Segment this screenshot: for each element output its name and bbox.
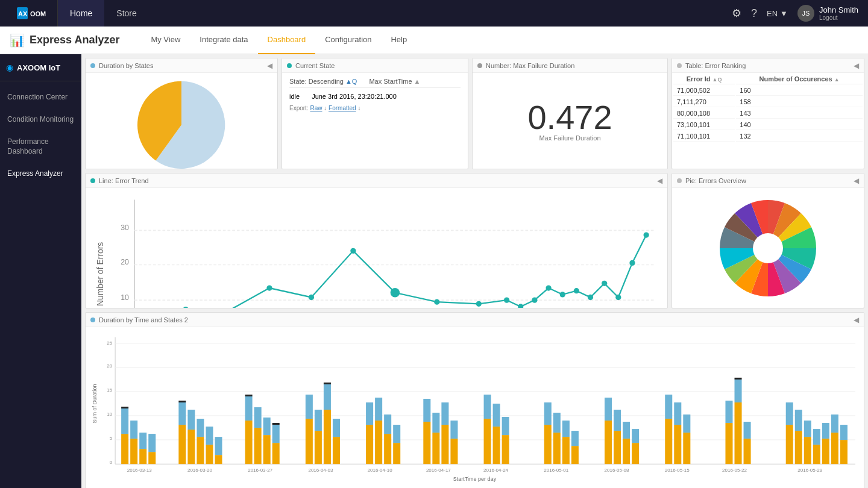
sidebar-item-condition-monitoring[interactable]: Condition Monitoring bbox=[0, 108, 81, 131]
duration-by-states-header: Duration by States ◀ bbox=[86, 58, 277, 73]
state-q-link[interactable]: ▲Q bbox=[345, 78, 357, 85]
svg-text:2016-04-03: 2016-04-03 bbox=[308, 468, 333, 473]
svg-rect-140 bbox=[674, 402, 681, 425]
sidebar-item-performance-dashboard[interactable]: Performance Dashboard bbox=[0, 131, 81, 163]
errors-overview-card: Pie: Errors Overview ◀ bbox=[671, 173, 864, 308]
raw-link[interactable]: Raw bbox=[310, 105, 322, 111]
svg-rect-112 bbox=[441, 402, 448, 425]
svg-rect-149 bbox=[744, 422, 751, 439]
svg-rect-63 bbox=[130, 439, 137, 464]
error-ranking-header: Table: Error Ranking ◀ bbox=[672, 58, 864, 73]
max-start-time-label: Max StartTime ▲ bbox=[369, 78, 420, 85]
svg-rect-146 bbox=[735, 380, 742, 402]
tab-help[interactable]: Help bbox=[381, 27, 417, 54]
col-error-id[interactable]: Error Id ▲Q bbox=[673, 74, 735, 84]
sidebar-item-express-analyzer[interactable]: Express Analyzer bbox=[0, 163, 81, 185]
occurrence-count: 140 bbox=[736, 120, 863, 130]
main-layout: ◉ AXOOM IoT Connection Center Condition … bbox=[0, 54, 868, 488]
svg-text:30: 30 bbox=[121, 224, 129, 232]
svg-rect-121 bbox=[544, 425, 552, 464]
sidebar-logo: ◉ AXOOM IoT bbox=[0, 54, 81, 81]
svg-rect-91 bbox=[306, 395, 313, 419]
tab-integrate-data[interactable]: Integrate data bbox=[190, 27, 257, 54]
svg-rect-81 bbox=[245, 396, 253, 421]
state-label: State: Descending ▲Q bbox=[289, 78, 357, 85]
svg-rect-76 bbox=[206, 445, 213, 464]
sort-icon: ▲Q bbox=[712, 77, 722, 83]
svg-rect-152 bbox=[795, 431, 802, 464]
svg-rect-87 bbox=[272, 443, 280, 464]
nav-items: Home Store bbox=[58, 0, 732, 27]
svg-rect-86 bbox=[263, 418, 271, 435]
app-icon-area: 📊 Express Analyzer bbox=[10, 33, 119, 48]
svg-rect-125 bbox=[562, 437, 570, 464]
user-menu[interactable]: JS John Smith Logout bbox=[797, 5, 858, 22]
svg-rect-113 bbox=[450, 439, 458, 464]
svg-text:25: 25 bbox=[107, 340, 112, 346]
table-row: 71,000,502160 bbox=[673, 86, 863, 96]
svg-rect-109 bbox=[432, 433, 439, 464]
help-icon[interactable]: ? bbox=[751, 7, 757, 20]
table-row: 7,111,270158 bbox=[673, 97, 863, 107]
expand-button[interactable]: ◀ bbox=[267, 61, 272, 70]
nav-right: ⚙ ? EN ▼ JS John Smith Logout bbox=[732, 5, 858, 22]
max-failure-value: 0.472 bbox=[527, 101, 612, 134]
max-failure-body: 0.472 Max Failure Duration bbox=[473, 73, 667, 169]
svg-text:5: 5 bbox=[110, 436, 113, 441]
expand-button[interactable]: ◀ bbox=[854, 316, 859, 324]
svg-rect-85 bbox=[263, 435, 271, 464]
svg-rect-75 bbox=[197, 419, 204, 437]
dot-icon bbox=[90, 63, 95, 68]
svg-point-25 bbox=[560, 292, 565, 297]
svg-point-15 bbox=[266, 285, 272, 290]
svg-point-28 bbox=[602, 281, 607, 286]
svg-point-13 bbox=[183, 307, 188, 308]
svg-rect-134 bbox=[623, 422, 630, 439]
error-id: 80,000,108 bbox=[673, 108, 735, 119]
table-row: 80,000,108143 bbox=[673, 108, 863, 119]
expand-button[interactable]: ◀ bbox=[854, 177, 859, 185]
svg-rect-123 bbox=[553, 433, 561, 464]
svg-rect-132 bbox=[614, 410, 621, 431]
language-selector[interactable]: EN ▼ bbox=[767, 9, 788, 18]
svg-rect-80 bbox=[245, 421, 253, 464]
svg-rect-66 bbox=[139, 433, 146, 449]
col-occurrences[interactable]: Number of Occurences ▲ bbox=[736, 74, 863, 84]
svg-rect-143 bbox=[725, 423, 732, 464]
tab-configuration[interactable]: Configuration bbox=[315, 27, 381, 54]
svg-text:2016-04-24: 2016-04-24 bbox=[483, 468, 508, 473]
svg-text:15: 15 bbox=[107, 387, 112, 393]
svg-rect-78 bbox=[215, 455, 222, 464]
axoom-logo[interactable]: AX OOM bbox=[10, 0, 58, 27]
tab-dashboard[interactable]: Dashboard bbox=[258, 27, 316, 54]
svg-rect-128 bbox=[571, 431, 579, 446]
svg-rect-116 bbox=[484, 395, 491, 419]
nav-item-store[interactable]: Store bbox=[104, 0, 148, 27]
svg-rect-84 bbox=[254, 407, 262, 428]
state-value: idle bbox=[289, 93, 300, 100]
svg-rect-144 bbox=[725, 401, 732, 423]
sidebar-item-connection-center[interactable]: Connection Center bbox=[0, 86, 81, 108]
settings-icon[interactable]: ⚙ bbox=[732, 7, 741, 20]
svg-rect-148 bbox=[744, 439, 751, 464]
svg-rect-127 bbox=[571, 446, 579, 464]
error-id: 71,100,101 bbox=[673, 131, 735, 142]
svg-rect-104 bbox=[384, 414, 391, 434]
app-icon: 📊 bbox=[10, 33, 25, 48]
error-id: 73,100,101 bbox=[673, 120, 735, 130]
expand-button[interactable]: ◀ bbox=[657, 177, 662, 185]
svg-point-27 bbox=[588, 295, 593, 300]
max-failure-card: Number: Max Failure Duration 0.472 Max F… bbox=[472, 58, 668, 169]
app-title: Express Analyzer bbox=[30, 34, 119, 46]
svg-rect-102 bbox=[375, 398, 382, 421]
formatted-link[interactable]: Formatted bbox=[329, 105, 356, 111]
svg-rect-154 bbox=[804, 437, 811, 464]
svg-text:2016-04-17: 2016-04-17 bbox=[426, 468, 451, 473]
duration-by-time-states-card: Duration by Time and States 2 ◀ 0 5 10 1… bbox=[85, 312, 864, 488]
expand-button[interactable]: ◀ bbox=[854, 61, 859, 70]
bar-chart: 0 5 10 15 20 25 bbox=[88, 330, 861, 488]
nav-item-home[interactable]: Home bbox=[58, 0, 104, 27]
tab-my-view[interactable]: My View bbox=[141, 27, 190, 54]
sort-icon: ▲ bbox=[834, 77, 840, 83]
svg-rect-115 bbox=[484, 419, 491, 464]
